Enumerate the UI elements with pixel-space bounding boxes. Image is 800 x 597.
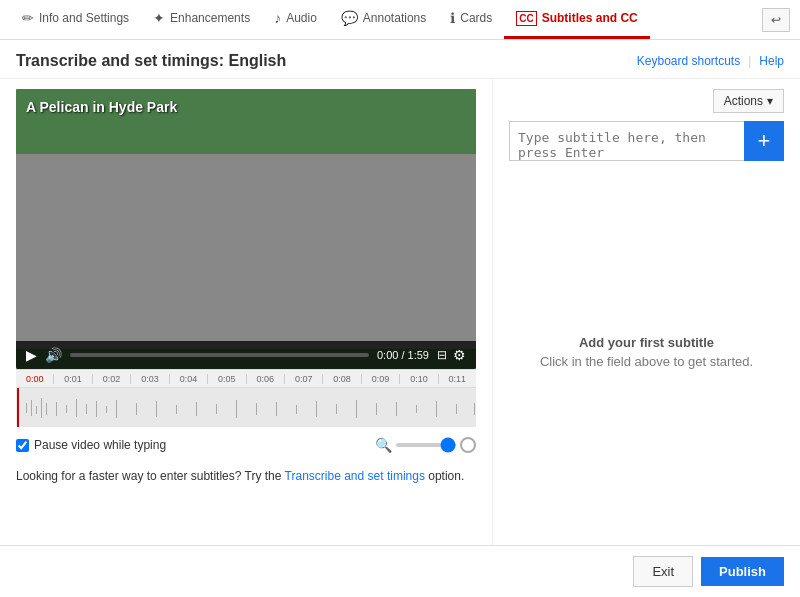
help-link[interactable]: Help bbox=[759, 54, 784, 68]
svg-rect-19 bbox=[31, 400, 32, 416]
svg-rect-36 bbox=[256, 403, 257, 415]
back-icon: ↩ bbox=[771, 13, 781, 27]
svg-rect-31 bbox=[156, 401, 157, 417]
pause-while-typing-label[interactable]: Pause video while typing bbox=[16, 438, 166, 452]
cards-icon: ℹ bbox=[450, 10, 455, 26]
back-button[interactable]: ↩ bbox=[762, 8, 790, 32]
svg-point-5 bbox=[416, 119, 476, 199]
svg-rect-22 bbox=[46, 403, 47, 415]
svg-rect-42 bbox=[376, 403, 377, 415]
add-icon: + bbox=[758, 128, 771, 154]
tab-info-settings-label: Info and Settings bbox=[39, 11, 129, 25]
settings-icon[interactable]: ⚙ bbox=[453, 347, 466, 363]
time-display: 0:00 / 1:59 bbox=[377, 349, 429, 361]
tick-5: 0:05 bbox=[207, 374, 245, 384]
add-subtitle-button[interactable]: + bbox=[744, 121, 784, 161]
keyboard-shortcuts-link[interactable]: Keyboard shortcuts bbox=[637, 54, 740, 68]
tab-annotations[interactable]: 💬 Annotations bbox=[329, 0, 438, 39]
header-links: Keyboard shortcuts | Help bbox=[637, 54, 784, 68]
tick-6: 0:06 bbox=[246, 374, 284, 384]
actions-arrow-icon: ▾ bbox=[767, 94, 773, 108]
svg-point-4 bbox=[351, 89, 441, 199]
svg-rect-46 bbox=[456, 404, 457, 414]
actions-button[interactable]: Actions ▾ bbox=[713, 89, 784, 113]
zoom-search-icon: 🔍 bbox=[375, 437, 392, 453]
svg-rect-8 bbox=[326, 209, 341, 259]
page-title: Transcribe and set timings: English bbox=[16, 52, 286, 70]
svg-rect-47 bbox=[474, 403, 475, 415]
empty-state-hint: Click in the field above to get started. bbox=[540, 354, 753, 369]
play-button[interactable]: ▶ bbox=[26, 347, 37, 363]
tick-11: 0:11 bbox=[438, 374, 476, 384]
tab-info-settings[interactable]: ✏ Info and Settings bbox=[10, 0, 141, 39]
publish-button[interactable]: Publish bbox=[701, 557, 784, 586]
tick-1: 0:01 bbox=[53, 374, 91, 384]
right-panel: Actions ▾ + Add your first subtitle Clic… bbox=[492, 79, 800, 545]
video-player[interactable]: A Pelican in Hyde Park ▶ 🔊 0:00 / 1:59 ⊟… bbox=[16, 89, 476, 369]
svg-point-9 bbox=[325, 194, 341, 210]
svg-point-13 bbox=[135, 205, 149, 219]
page-header: Transcribe and set timings: English Keyb… bbox=[0, 40, 800, 79]
promo-text-2: option. bbox=[428, 469, 464, 483]
left-panel: A Pelican in Hyde Park ▶ 🔊 0:00 / 1:59 ⊟… bbox=[0, 79, 492, 545]
transcribe-link[interactable]: Transcribe and set timings bbox=[285, 469, 425, 483]
svg-rect-39 bbox=[316, 401, 317, 417]
tick-10: 0:10 bbox=[399, 374, 437, 384]
tab-subtitles-cc[interactable]: CC Subtitles and CC bbox=[504, 0, 649, 39]
enhancements-icon: ✦ bbox=[153, 10, 165, 26]
timeline-area: 0:00 0:01 0:02 0:03 0:04 0:05 0:06 0:07 … bbox=[16, 369, 476, 427]
footer: Exit Publish bbox=[0, 545, 800, 597]
timeline-start: 0:00 bbox=[16, 374, 53, 384]
timeline-ruler: 0:00 0:01 0:02 0:03 0:04 0:05 0:06 0:07 … bbox=[16, 369, 476, 387]
annotations-icon: 💬 bbox=[341, 10, 358, 26]
svg-rect-14 bbox=[396, 244, 426, 264]
video-scene bbox=[16, 89, 476, 369]
svg-rect-37 bbox=[276, 402, 277, 416]
video-controls-bar: ▶ 🔊 0:00 / 1:59 ⊟ ⚙ bbox=[16, 341, 476, 369]
svg-rect-45 bbox=[436, 401, 437, 417]
svg-rect-25 bbox=[76, 399, 77, 417]
zoom-knob bbox=[460, 437, 476, 453]
tab-subtitles-label: Subtitles and CC bbox=[542, 11, 638, 25]
svg-rect-12 bbox=[136, 219, 148, 259]
tab-cards[interactable]: ℹ Cards bbox=[438, 0, 504, 39]
svg-rect-20 bbox=[36, 406, 37, 414]
timeline-waveform[interactable] bbox=[16, 387, 476, 427]
pause-while-typing-checkbox[interactable] bbox=[16, 439, 29, 452]
svg-rect-21 bbox=[41, 398, 42, 418]
tab-audio[interactable]: ♪ Audio bbox=[262, 0, 329, 39]
svg-rect-18 bbox=[26, 403, 27, 413]
captions-icon[interactable]: ⊟ bbox=[437, 348, 447, 362]
ctrl-icons: ⊟ ⚙ bbox=[437, 347, 466, 363]
svg-point-6 bbox=[191, 236, 241, 272]
edit-icon: ✏ bbox=[22, 10, 34, 26]
top-navigation: ✏ Info and Settings ✦ Enhancements ♪ Aud… bbox=[0, 0, 800, 40]
svg-rect-44 bbox=[416, 405, 417, 413]
progress-bar[interactable] bbox=[70, 353, 369, 357]
svg-rect-43 bbox=[396, 402, 397, 416]
svg-rect-30 bbox=[136, 403, 137, 415]
body-area: A Pelican in Hyde Park ▶ 🔊 0:00 / 1:59 ⊟… bbox=[0, 79, 800, 545]
tick-8: 0:08 bbox=[322, 374, 360, 384]
header-divider: | bbox=[748, 54, 751, 68]
svg-point-15 bbox=[396, 262, 406, 272]
svg-rect-1 bbox=[16, 229, 476, 349]
exit-button[interactable]: Exit bbox=[633, 556, 693, 587]
promo-text: Looking for a faster way to enter subtit… bbox=[16, 467, 476, 485]
main-content: Transcribe and set timings: English Keyb… bbox=[0, 40, 800, 597]
svg-rect-28 bbox=[106, 406, 107, 413]
tab-enhancements-label: Enhancements bbox=[170, 11, 250, 25]
tab-enhancements[interactable]: ✦ Enhancements bbox=[141, 0, 262, 39]
tab-cards-label: Cards bbox=[460, 11, 492, 25]
svg-rect-26 bbox=[86, 404, 87, 414]
actions-label: Actions bbox=[724, 94, 763, 108]
volume-button[interactable]: 🔊 bbox=[45, 347, 62, 363]
audio-icon: ♪ bbox=[274, 10, 281, 26]
zoom-slider[interactable] bbox=[396, 443, 456, 447]
subtitle-text-input[interactable] bbox=[509, 121, 744, 161]
svg-rect-29 bbox=[116, 400, 117, 418]
video-svg bbox=[16, 89, 476, 349]
waveform-svg bbox=[16, 388, 476, 427]
zoom-control: 🔍 bbox=[375, 437, 476, 453]
tick-3: 0:03 bbox=[130, 374, 168, 384]
